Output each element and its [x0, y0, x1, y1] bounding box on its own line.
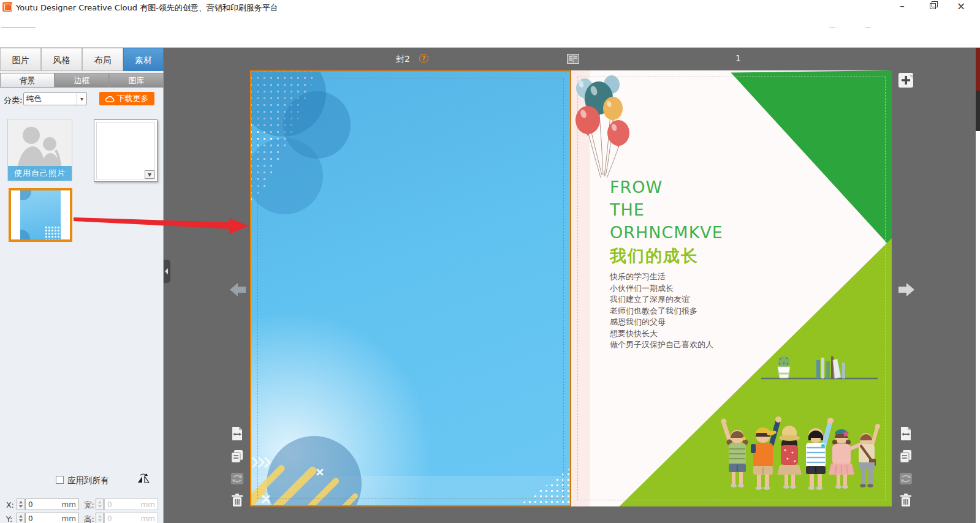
- chevrons-decor: [251, 456, 272, 468]
- spine-divider: [570, 70, 571, 506]
- body-line: 感恩我们的父母: [610, 317, 713, 328]
- plus-icon: [898, 73, 913, 88]
- right-scrollbar[interactable]: [976, 48, 980, 523]
- thumbnail-options-button[interactable]: ▼: [145, 170, 154, 179]
- subtab-border[interactable]: 边框: [55, 73, 109, 88]
- restore-button[interactable]: [923, 0, 943, 12]
- heading-line: THE: [610, 198, 645, 221]
- width-field-label: 宽:: [84, 500, 94, 511]
- title-bar: Youtu Designer Creative Cloud 有图-领先的创意、营…: [0, 0, 980, 13]
- y-input[interactable]: 0 mm: [25, 513, 79, 523]
- width-stepper[interactable]: [96, 499, 104, 510]
- category-label: 分类:: [4, 95, 22, 106]
- add-page-button[interactable]: [898, 73, 913, 88]
- height-stepper[interactable]: [96, 513, 104, 523]
- application-window: Youtu Designer Creative Cloud 有图-领先的创意、营…: [0, 0, 980, 523]
- subtab-gallery[interactable]: 图库: [109, 73, 164, 88]
- delete-page-button[interactable]: [230, 493, 244, 508]
- copy-page-button[interactable]: [230, 449, 244, 464]
- window-title: Youtu Designer Creative Cloud 有图-领先的创意、营…: [16, 2, 278, 13]
- app-logo-icon: [2, 2, 12, 12]
- previous-spread-button[interactable]: [230, 281, 246, 298]
- download-more-button[interactable]: 下载更多: [99, 92, 154, 105]
- sidebar: 图片 风格 布局 素材 背景 边框 图库 分类: 纯色 ▾ 下载更多: [0, 48, 164, 523]
- thumbnail-use-own-photo[interactable]: 使用自己照片: [7, 119, 72, 181]
- swap-page-button[interactable]: [230, 471, 244, 486]
- page-resize-button[interactable]: [230, 426, 244, 441]
- cross-marks-decor: [313, 468, 331, 505]
- body-line: 做个男子汉保护自己喜欢的人: [610, 339, 713, 351]
- left-page[interactable]: [250, 70, 571, 506]
- tab-styles[interactable]: 风格: [41, 48, 82, 71]
- next-spread-button[interactable]: [898, 281, 914, 298]
- category-dropdown[interactable]: 纯色 ▾: [23, 92, 87, 105]
- balloons-illustration: [574, 71, 635, 180]
- x-input[interactable]: 0 mm: [25, 499, 79, 510]
- subheading: 我们的成长: [610, 245, 699, 267]
- tab-pictures[interactable]: 图片: [0, 48, 41, 71]
- close-icon: ×: [957, 0, 965, 12]
- x-field-label: X:: [6, 500, 14, 510]
- cloud-icon: [105, 96, 115, 102]
- preview-decor: [45, 226, 61, 239]
- body-line: 想要快快长大: [610, 328, 713, 340]
- menu-bar: 首页 文件 编辑 插入 视图 价格 帮助 画册-竖款:竖款A4（210x285m…: [0, 13, 980, 28]
- thumbnail-blue-background-selected[interactable]: [9, 188, 72, 242]
- minimize-icon: –: [900, 1, 905, 12]
- preview-decor: [20, 230, 30, 239]
- help-icon[interactable]: ?: [419, 54, 428, 63]
- body-text: 快乐的学习生活 小伙伴们一期成长 我们建立了深厚的友谊 老师们也教会了我们很多 …: [610, 271, 713, 351]
- width-input[interactable]: 0 mm: [104, 499, 158, 510]
- swap-page-button[interactable]: [899, 471, 913, 486]
- delete-page-button[interactable]: [899, 493, 913, 508]
- children-illustration: [719, 407, 886, 500]
- preview-decor: [20, 190, 31, 200]
- tool-bar: 保存: [0, 28, 980, 48]
- scrollbar-thumb[interactable]: [976, 91, 980, 131]
- shelf-illustration: [760, 350, 879, 381]
- x-stepper[interactable]: [17, 499, 25, 510]
- red-annotation-arrow: [69, 213, 253, 240]
- use-own-photo-label: 使用自己照片: [8, 166, 72, 181]
- mirror-flip-icon[interactable]: [137, 473, 150, 484]
- copy-page-button[interactable]: [899, 449, 913, 464]
- restore-icon: [930, 3, 936, 9]
- chevron-down-icon: ▼: [148, 172, 151, 178]
- apply-to-all-label: 应用到所有: [67, 475, 109, 486]
- tab-materials[interactable]: 素材: [123, 48, 164, 71]
- apply-to-all-checkbox[interactable]: [56, 476, 64, 484]
- left-page-label: 封2: [396, 54, 410, 65]
- thumbnail-blank-background[interactable]: ▼: [94, 119, 158, 182]
- body-line: 快乐的学习生活: [610, 271, 713, 283]
- sidebar-collapse-handle[interactable]: [164, 260, 170, 283]
- height-input[interactable]: 0 mm: [104, 513, 158, 523]
- chevron-down-icon: ▾: [77, 93, 86, 105]
- close-button[interactable]: ×: [951, 0, 971, 12]
- blue-background-preview: [20, 190, 61, 239]
- y-field-label: Y:: [6, 514, 12, 523]
- cross-marks-decor: [261, 494, 271, 504]
- page-resize-button[interactable]: [899, 426, 913, 441]
- body-line: 小伙伴们一期成长: [610, 283, 713, 295]
- y-stepper[interactable]: [17, 513, 25, 523]
- heading-line: ORHNCMKVE: [610, 221, 723, 244]
- height-field-label: 高:: [84, 514, 94, 523]
- body-line: 老师们也教会了我们很多: [610, 306, 713, 317]
- right-page-label: 1: [735, 53, 741, 63]
- body-line: 我们建立了深厚的友谊: [610, 294, 713, 306]
- tab-layout[interactable]: 布局: [82, 48, 123, 71]
- subtab-background[interactable]: 背景: [0, 73, 55, 88]
- scrollbar-segment: [976, 48, 980, 91]
- spread-view-icon[interactable]: [567, 54, 579, 64]
- circle-decor: [250, 138, 323, 214]
- minimize-button[interactable]: –: [892, 0, 912, 12]
